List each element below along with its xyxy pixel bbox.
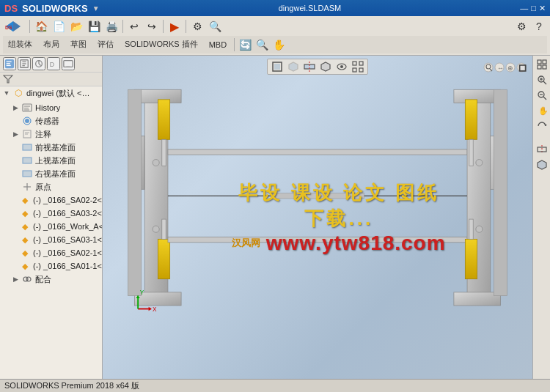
tree-item-mate[interactable]: ▶ 配合: [0, 273, 102, 286]
part4-icon: ◆: [19, 234, 31, 245]
tree-item-right-plane[interactable]: ▶ 右视基准面: [0, 167, 102, 180]
3d-model-view: X Y: [125, 63, 510, 329]
svg-rect-40: [162, 139, 166, 166]
tree-item-part4[interactable]: ▶ ◆ (-) _0166_SA03-1<1>: [0, 233, 102, 246]
dimxpert-icon[interactable]: D: [47, 57, 60, 70]
svg-rect-86: [359, 62, 363, 65]
tree-root-item[interactable]: ▼ ⬡ dingwei (默认 <默认_显示: [0, 86, 102, 100]
rotate-view-btn[interactable]: [535, 119, 549, 133]
svg-rect-30: [23, 171, 32, 177]
redo-btn[interactable]: ↪: [144, 18, 160, 34]
maximize-btn[interactable]: □: [531, 4, 536, 13]
svg-rect-91: [538, 65, 541, 69]
svg-rect-51: [469, 139, 473, 166]
root-expand-icon[interactable]: ▼: [3, 87, 10, 99]
assembly-btn[interactable]: 组装体: [3, 37, 37, 53]
filename: dingwei.SLDASM: [279, 4, 342, 12]
settings-btn[interactable]: ⚙: [513, 18, 529, 34]
config-manager-icon[interactable]: [32, 57, 45, 70]
sensors-label: 传感器: [35, 116, 59, 127]
mate-label: 配合: [35, 274, 51, 285]
svg-rect-26: [23, 144, 32, 150]
minimize-btn[interactable]: —: [520, 4, 528, 13]
view-iso-btn[interactable]: [286, 60, 301, 73]
hide-show-btn[interactable]: [334, 60, 349, 73]
tree-area: ▶ History ▶ 传感器 ▶ 注释: [0, 100, 102, 379]
solidworks-addins-btn[interactable]: SOLIDWORKS 插件: [120, 37, 203, 53]
svg-text:Y: Y: [140, 289, 144, 296]
tree-item-part1[interactable]: ▶ ◆ (-) _0166_SA02-2<1>: [0, 193, 102, 207]
solidworks-logo-icon: DS: [3, 20, 23, 33]
separator-5: [234, 38, 235, 51]
view-section-btn[interactable]: [302, 60, 317, 73]
rotate-btn[interactable]: 🔄: [237, 37, 253, 53]
display-toggle-btn[interactable]: [535, 158, 549, 172]
open-btn[interactable]: 📂: [68, 18, 84, 34]
save-btn[interactable]: 💾: [86, 18, 102, 34]
tree-item-origin[interactable]: ▶ 原点: [0, 180, 102, 193]
tree-item-part2[interactable]: ▶ ◆ (-) _0166_SA03-2<1>: [0, 207, 102, 220]
help-btn[interactable]: ?: [531, 18, 547, 34]
tree-item-part5[interactable]: ▶ ◆ (-) _0166_SA02-1<1>: [0, 246, 102, 259]
layout-btn[interactable]: 布局: [38, 37, 65, 53]
evaluate-btn[interactable]: 评估: [92, 37, 119, 53]
part3-icon: ◆: [19, 221, 31, 232]
svg-marker-79: [289, 62, 298, 71]
viewport[interactable]: X Y 毕设 课设 论文 图纸 下载... 汉风网 www.ytw818.com: [103, 56, 532, 379]
tree-item-top-plane[interactable]: ▶ 上视基准面: [0, 154, 102, 167]
view-cube[interactable]: ↔ ⊕ 🔲: [483, 62, 527, 104]
tree-item-sensors[interactable]: ▶ 传感器: [0, 114, 102, 127]
svg-text:D: D: [50, 61, 54, 68]
zoom-to-fit-btn[interactable]: [535, 57, 549, 72]
part5-label: (-) _0166_SA02-1<1>: [33, 248, 102, 257]
title-arrow[interactable]: ▼: [92, 4, 100, 12]
view-front-btn[interactable]: [270, 60, 285, 73]
tree-item-part3[interactable]: ▶ ◆ (-) _0166_Work_A<1>: [0, 220, 102, 233]
svg-point-21: [25, 119, 29, 123]
pan-btn[interactable]: ✋: [271, 37, 287, 53]
annotations-icon: [21, 128, 33, 140]
display-style-btn[interactable]: [318, 60, 333, 73]
mate-expand-icon[interactable]: ▶: [12, 273, 19, 285]
home-btn[interactable]: 🏠: [33, 18, 49, 34]
rebuild-btn[interactable]: ▶: [166, 18, 183, 34]
options-btn[interactable]: ⚙: [189, 18, 205, 34]
annotations-label: 注释: [35, 129, 51, 140]
display-manager-icon[interactable]: [62, 57, 75, 70]
tree-item-history[interactable]: ▶ History: [0, 101, 102, 114]
print-btn[interactable]: 🖨️: [103, 18, 120, 34]
pan-view-btn[interactable]: ✋: [535, 103, 549, 118]
svg-rect-28: [23, 158, 32, 163]
svg-text:↔: ↔: [497, 64, 504, 72]
annotations-expand-icon[interactable]: ▶: [12, 128, 19, 140]
section-view-btn[interactable]: [535, 142, 549, 157]
view-focus-btn[interactable]: [351, 60, 365, 73]
tree-item-annotations[interactable]: ▶ 注释: [0, 127, 102, 141]
main-area: D ▼ ⬡ dingwei (默认 <默认_显示 ▶ History: [0, 56, 550, 379]
svg-rect-53: [465, 239, 477, 278]
tree-item-part6[interactable]: ▶ ◆ (-) _0166_SA01-1<1>: [0, 259, 102, 273]
zoom-out-btn[interactable]: [535, 88, 549, 103]
tree-item-front-plane[interactable]: ▶ 前视基准面: [0, 141, 102, 154]
zoom-in-btn[interactable]: [535, 73, 549, 87]
feature-tree-icon[interactable]: [3, 57, 16, 70]
part2-label: (-) _0166_SA03-2<1>: [33, 209, 102, 218]
part4-label: (-) _0166_SA03-1<1>: [33, 235, 102, 244]
svg-point-60: [476, 159, 483, 166]
svg-rect-43: [162, 219, 166, 239]
status-text: SOLIDWORKS Premium 2018 x64 版: [4, 380, 139, 391]
svg-text:⊕: ⊕: [507, 64, 513, 72]
undo-btn[interactable]: ↩: [126, 18, 142, 34]
separator-4: [186, 20, 186, 33]
mbd-btn[interactable]: MBD: [204, 37, 232, 53]
new-btn[interactable]: 📄: [51, 18, 67, 34]
close-btn[interactable]: ✕: [539, 4, 546, 13]
history-expand-icon[interactable]: ▶: [12, 102, 19, 114]
sketch-btn[interactable]: 草图: [65, 37, 92, 53]
property-manager-icon[interactable]: [18, 57, 31, 70]
svg-rect-42: [158, 239, 169, 278]
zoom-btn[interactable]: 🔍: [254, 37, 270, 53]
svg-rect-85: [353, 62, 356, 65]
search-btn[interactable]: 🔍: [207, 18, 223, 34]
right-toolbar: ✋: [532, 56, 550, 379]
